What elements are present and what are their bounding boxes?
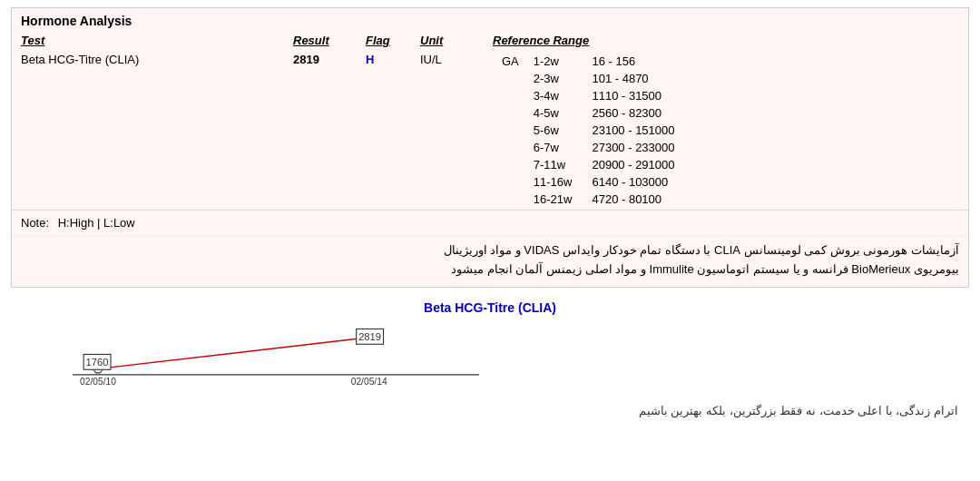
col-flag: Flag: [357, 32, 411, 51]
ref-value: 2560 - 82300: [583, 104, 683, 122]
cell-refrange: GA1-2w16 - 1562-3w101 - 48703-4w1110 - 3…: [484, 51, 968, 210]
cell-result: 2819: [284, 51, 357, 210]
ref-week: 5-6w: [524, 122, 583, 139]
table-row: Beta HCG-Titre (CLIA) 2819 H IU/L GA1-2w…: [12, 51, 968, 210]
ref-week: 1-2w: [524, 53, 583, 70]
ref-value: 4720 - 80100: [583, 191, 683, 208]
main-container: Hormone Analysis Test Result Flag Unit R…: [0, 0, 980, 425]
svg-text:2819: 2819: [358, 330, 381, 341]
hormone-table-section: Hormone Analysis Test Result Flag Unit R…: [11, 7, 969, 288]
ref-value: 101 - 4870: [583, 70, 683, 87]
chart-title: Beta HCG-Titre (CLIA): [22, 300, 958, 315]
col-test: Test: [12, 32, 284, 51]
section-title: Hormone Analysis: [12, 8, 968, 32]
ref-value: 1110 - 31500: [583, 87, 683, 104]
hormone-table: Test Result Flag Unit Reference Range Be…: [12, 32, 968, 210]
ref-range-row: 16-21w4720 - 80100: [493, 191, 684, 208]
note-text: H:High | L:Low: [58, 216, 135, 230]
ref-range-row: 5-6w23100 - 151000: [493, 122, 684, 139]
bottom-text: اترام زندگی، با اعلی خدمت، نه فقط بزرگتر…: [11, 395, 969, 417]
ref-value: 20900 - 291000: [583, 156, 683, 173]
farsi-line2: بیومریوی BioMerieux فرانسه و یا سیستم ات…: [21, 260, 959, 280]
ref-week: 4-5w: [524, 104, 583, 122]
farsi-line1: آزمایشات هورمونی بروش کمی لومینسانس CLIA…: [21, 241, 959, 260]
ref-value: 16 - 156: [583, 53, 683, 70]
ref-value: 27300 - 233000: [583, 139, 683, 156]
ref-range-table: GA1-2w16 - 1562-3w101 - 48703-4w1110 - 3…: [493, 53, 684, 208]
chart-svg: 2819 1760 02/05/10 02/05/14: [40, 322, 512, 386]
cell-flag: H: [357, 51, 411, 210]
svg-text:1760: 1760: [86, 356, 109, 367]
ref-value: 23100 - 151000: [583, 122, 683, 139]
note-label: Note:: [21, 216, 49, 230]
ref-week: 6-7w: [524, 139, 583, 156]
svg-line-1: [98, 337, 369, 368]
chart-area: 2819 1760 02/05/10 02/05/14: [40, 322, 958, 395]
ref-week: 3-4w: [524, 87, 583, 104]
ref-week: 11-16w: [524, 173, 583, 191]
ref-ga-label: GA: [493, 53, 524, 70]
ref-range-row: 6-7w27300 - 233000: [493, 139, 684, 156]
col-refrange: Reference Range: [484, 32, 968, 51]
ref-week: 7-11w: [524, 156, 583, 173]
farsi-section: آزمایشات هورمونی بروش کمی لومینسانس CLIA…: [12, 235, 968, 287]
svg-text:02/05/10: 02/05/10: [80, 377, 116, 386]
ref-range-row: 4-5w2560 - 82300: [493, 104, 684, 122]
ref-range-row: 11-16w6140 - 103000: [493, 173, 684, 191]
ref-range-row: GA1-2w16 - 156: [493, 53, 684, 70]
ref-range-row: 7-11w20900 - 291000: [493, 156, 684, 173]
cell-unit: IU/L: [411, 51, 484, 210]
col-result: Result: [284, 32, 357, 51]
chart-section: Beta HCG-Titre (CLIA) 2819 1760 02/05/10: [11, 295, 969, 395]
svg-text:02/05/14: 02/05/14: [351, 377, 387, 386]
ref-week: 16-21w: [524, 191, 583, 208]
note-section: Note: H:High | L:Low: [12, 210, 968, 235]
col-unit: Unit: [411, 32, 484, 51]
ref-week: 2-3w: [524, 70, 583, 87]
cell-test: Beta HCG-Titre (CLIA): [12, 51, 284, 210]
ref-range-row: 2-3w101 - 4870: [493, 70, 684, 87]
ref-value: 6140 - 103000: [583, 173, 683, 191]
ref-range-row: 3-4w1110 - 31500: [493, 87, 684, 104]
